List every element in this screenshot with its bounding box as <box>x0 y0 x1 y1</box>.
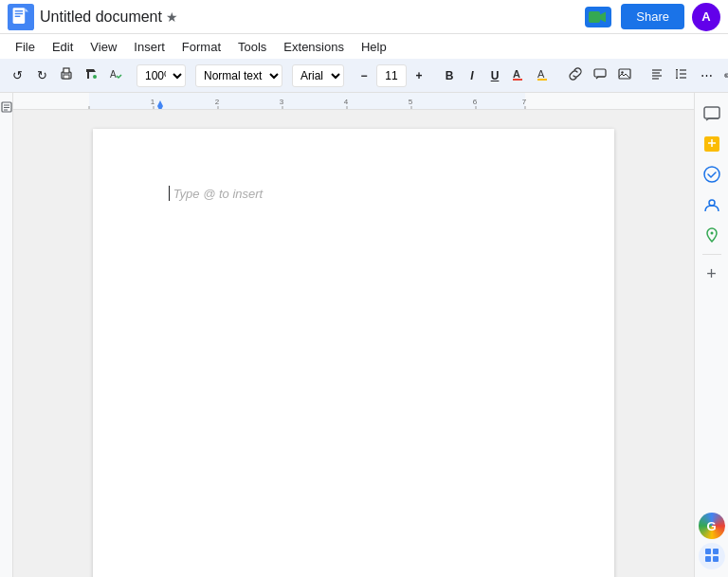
template-icon <box>704 548 719 566</box>
svg-rect-59 <box>705 556 711 562</box>
svg-text:A: A <box>513 68 520 80</box>
line-spacing-button[interactable] <box>670 63 693 88</box>
template-button[interactable] <box>699 543 725 569</box>
menu-tools[interactable]: Tools <box>230 38 274 56</box>
svg-text:5: 5 <box>409 98 413 106</box>
spellcheck-icon: A <box>109 67 122 83</box>
menu-format[interactable]: Format <box>174 38 228 56</box>
menu-view[interactable]: View <box>82 38 124 56</box>
meet-button[interactable] <box>583 4 613 30</box>
svg-text:4: 4 <box>344 98 349 106</box>
svg-rect-50 <box>704 107 719 118</box>
gemini-button[interactable]: G <box>699 513 725 539</box>
paintformat-icon <box>84 67 98 83</box>
maps-sidebar-button[interactable] <box>699 222 725 248</box>
svg-rect-14 <box>513 79 522 81</box>
bookmark-icon <box>703 135 720 153</box>
svg-rect-7 <box>589 11 600 23</box>
document-content[interactable]: Type @ to insert <box>169 186 538 205</box>
star-icon[interactable]: ★ <box>166 9 178 25</box>
image-button[interactable] <box>613 63 636 88</box>
editing-icon: ✏ <box>724 69 728 82</box>
placeholder-text: Type @ to insert <box>173 187 264 201</box>
title-area: Untitled document ★ <box>40 9 583 26</box>
svg-rect-16 <box>537 79 547 81</box>
redo-icon: ↻ <box>37 68 47 82</box>
doc-title-row: Untitled document ★ <box>40 9 583 26</box>
chat-sidebar-button[interactable] <box>699 100 725 127</box>
print-icon <box>60 67 73 83</box>
svg-text:1: 1 <box>151 98 155 106</box>
gemini-icon: G <box>706 519 716 533</box>
svg-rect-2 <box>15 10 23 11</box>
share-button[interactable]: Share <box>621 4 684 29</box>
more-button[interactable]: ⋯ <box>695 63 718 88</box>
underline-button[interactable]: U <box>484 64 505 87</box>
maps-icon <box>703 226 720 243</box>
print-button[interactable] <box>55 63 78 88</box>
doc-title[interactable]: Untitled document <box>40 9 162 26</box>
svg-rect-1 <box>13 8 26 24</box>
paintformat-button[interactable] <box>80 63 102 88</box>
undo-button[interactable]: ↺ <box>6 63 28 88</box>
menu-help[interactable]: Help <box>354 38 394 56</box>
highlight-icon: A <box>537 67 550 83</box>
menu-edit[interactable]: Edit <box>45 38 81 56</box>
italic-button[interactable]: I <box>462 64 482 87</box>
style-select[interactable]: Normal text <box>195 64 282 87</box>
more-icon: ⋯ <box>701 68 713 82</box>
svg-rect-60 <box>713 556 719 562</box>
google-docs-icon <box>8 4 34 30</box>
bold-button[interactable]: B <box>439 64 460 87</box>
svg-text:2: 2 <box>215 98 220 106</box>
avatar[interactable]: A <box>692 3 720 31</box>
text-color-icon: A <box>512 67 525 83</box>
line-spacing-icon <box>675 67 688 83</box>
main-area: 1 2 3 4 5 6 7 Type @ to insert <box>0 93 728 577</box>
bookmark-sidebar-button[interactable] <box>699 131 725 157</box>
svg-text:A: A <box>110 69 117 80</box>
redo-button[interactable]: ↻ <box>30 63 53 88</box>
svg-point-55 <box>709 200 715 206</box>
zoom-select[interactable]: 100% <box>136 64 186 87</box>
content-area: 1 2 3 4 5 6 7 Type @ to insert <box>13 93 694 577</box>
document-area[interactable]: Type @ to insert <box>13 110 694 577</box>
font-select[interactable]: Arial <box>292 64 344 87</box>
highlight-button[interactable]: A <box>532 63 555 88</box>
svg-rect-57 <box>705 549 711 554</box>
image-icon <box>618 67 631 83</box>
font-size-input[interactable] <box>376 64 407 87</box>
svg-point-56 <box>710 232 713 235</box>
title-bar: Untitled document ★ Share A <box>0 0 728 34</box>
svg-point-11 <box>93 75 97 79</box>
text-color-button[interactable]: A <box>507 63 530 88</box>
ruler: 1 2 3 4 5 6 7 <box>13 93 694 110</box>
svg-rect-17 <box>594 69 606 77</box>
comment-button[interactable] <box>589 63 611 88</box>
menu-insert[interactable]: Insert <box>126 38 173 56</box>
spellcheck-button[interactable]: A <box>104 63 127 88</box>
svg-point-54 <box>704 167 719 182</box>
svg-text:6: 6 <box>473 98 478 106</box>
add-sidebar-button[interactable]: + <box>699 261 725 287</box>
align-button[interactable] <box>646 63 668 88</box>
outline-icon[interactable] <box>1 100 12 116</box>
chat-icon <box>703 105 720 122</box>
meet-icon <box>585 7 611 27</box>
editing-mode-button[interactable]: ✏ ▾ <box>721 63 728 88</box>
menu-bar: File Edit View Insert Format Tools Exten… <box>0 34 728 59</box>
menu-extensions[interactable]: Extensions <box>276 38 352 56</box>
align-icon <box>650 67 664 83</box>
sidebar-bottom-area: G <box>699 513 725 577</box>
increase-font-button[interactable]: + <box>409 64 429 87</box>
link-button[interactable] <box>564 63 587 88</box>
contacts-sidebar-button[interactable] <box>699 191 725 218</box>
tasks-sidebar-button[interactable] <box>699 161 725 188</box>
svg-point-19 <box>621 71 623 73</box>
document-page[interactable]: Type @ to insert <box>93 129 614 577</box>
right-sidebar: + G <box>694 93 728 577</box>
svg-rect-9 <box>64 68 69 73</box>
menu-file[interactable]: File <box>8 38 43 56</box>
link-icon <box>569 67 582 83</box>
decrease-font-button[interactable]: − <box>354 64 374 87</box>
